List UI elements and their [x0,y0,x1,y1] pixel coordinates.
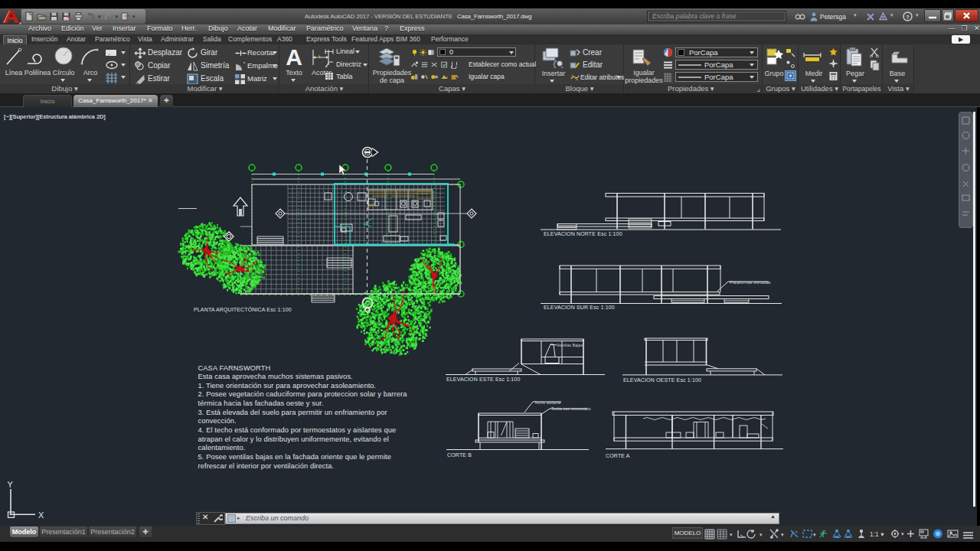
svg-text:1:1 ▾: 1:1 ▾ [870,530,884,538]
svg-text:refrescar el interior por vent: refrescar el interior por ventilación di… [198,462,335,470]
svg-text:CORTE B: CORTE B [447,452,472,458]
svg-text:ELEVACION NORTE Esc 1:100: ELEVACION NORTE Esc 1:100 [544,231,622,236]
svg-text:Y: Y [8,480,14,489]
svg-text:▾: ▾ [781,532,784,537]
svg-text:▾: ▾ [730,532,733,537]
svg-text:calentamiento.: calentamiento. [198,444,246,452]
svg-text:ELEVACION ESTE Esc 1:100: ELEVACION ESTE Esc 1:100 [446,377,520,382]
svg-text:CORTE A: CORTE A [606,453,630,458]
svg-text:Ventilas Bajas: Ventilas Bajas [557,343,583,347]
svg-text:atrapan el calor y lo distribu: atrapan el calor y lo distribuyen unifor… [198,435,389,443]
svg-text:PLANTA ARQUITECTÓNICA Esc 1:10: PLANTA ARQUITECTÓNICA Esc 1:100 [194,306,292,313]
svg-text:3. Está elevada del suelo para: 3. Está elevada del suelo para permitir … [198,409,387,416]
svg-text:térmica hacia las fachadas oes: térmica hacia las fachadas oeste y sur. [198,399,324,407]
svg-text:2. Posee vegetación caduciform: 2. Posee vegetación caduciforme para pro… [198,390,408,398]
svg-text:Techo con termostato: Techo con termostato [551,406,591,411]
svg-text:ELEVACION OESTE Esc 1:100: ELEVACION OESTE Esc 1:100 [623,377,701,383]
svg-text:5. Posee ventilas bajas en la: 5. Posee ventilas bajas en la fachada or… [198,453,392,461]
svg-text:Techo aislante: Techo aislante [534,400,561,405]
svg-text:▾: ▾ [813,532,816,537]
svg-text:▾: ▾ [760,532,763,537]
svg-text:ELEVACION SUR Esc 1:100: ELEVACION SUR Esc 1:100 [544,305,615,310]
svg-text:convección.: convección. [198,417,237,425]
svg-text:?: ? [906,14,910,21]
svg-text:X: X [38,510,44,520]
svg-text:4. El techo está conformado po: 4. El techo está conformado por termoest… [198,426,397,434]
svg-text:Esta casa aprovecha muchos sis: Esta casa aprovecha muchos sistemas pasi… [198,373,353,380]
svg-text:CASA FARNSWORTH: CASA FARNSWORTH [198,364,271,372]
svg-text:Plataformas elevadas: Plataformas elevadas [730,280,771,285]
svg-text:1. Tiene orientación sur para: 1. Tiene orientación sur para aprovechar… [198,382,377,390]
svg-text:▾: ▾ [901,531,904,536]
